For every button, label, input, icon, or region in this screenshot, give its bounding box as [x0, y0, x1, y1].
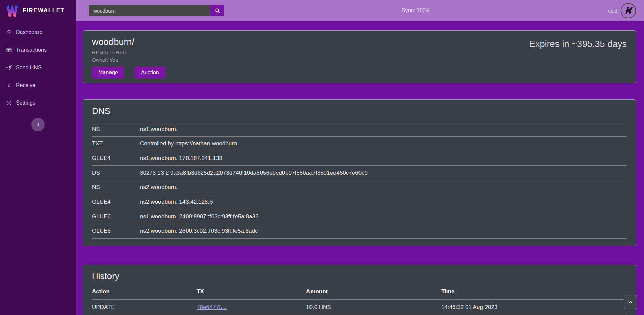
dns-record-row: TXT Controlled by https://nathan.woodbur… [92, 137, 627, 151]
sidebar-item-send-hns[interactable]: Send HNS [0, 59, 76, 76]
dns-record-value: Controlled by https://nathan.woodburn [140, 137, 627, 151]
dns-record-row: NS ns2.woodburn. [92, 180, 627, 195]
search-button[interactable] [210, 5, 224, 16]
search-icon [215, 8, 220, 14]
dns-card-title: DNS [92, 106, 627, 116]
settings-icon [6, 100, 12, 106]
history-header-row: Action TX Amount Time [92, 286, 627, 300]
history-table: Action TX Amount Time UPDATE 70e64775...… [92, 286, 627, 315]
domain-info: woodburn/ REGISTERED Owner: You Manage A… [92, 36, 174, 79]
sidebar-item-label: Receive [16, 82, 35, 88]
history-col-amount: Amount [306, 286, 441, 300]
dns-record-type: NS [92, 122, 140, 137]
dns-record-row: NS ns1.woodburn. [92, 122, 627, 137]
brand[interactable]: FIREWALLET [0, 0, 76, 21]
sidebar-item-label: Dashboard [16, 29, 42, 36]
sidebar-item-receive[interactable]: Receive [0, 76, 76, 94]
dns-record-value: ns2.woodburn. [140, 180, 627, 195]
dns-record-type: GLUE6 [92, 209, 140, 224]
sidebar-item-label: Settings [16, 100, 35, 106]
sidebar-collapse-button[interactable] [31, 118, 45, 131]
sidebar: FIREWALLET Dashboard [0, 0, 76, 315]
sidebar-item-dashboard[interactable]: Dashboard [0, 24, 76, 41]
scroll-top-button[interactable] [624, 295, 637, 309]
receive-icon [6, 82, 12, 88]
manage-button[interactable]: Manage [92, 67, 124, 79]
transactions-icon [6, 47, 12, 53]
history-time: 14:46:32 01 Aug 2023 [441, 300, 627, 315]
dns-record-type: TXT [92, 137, 140, 151]
dns-card: DNS NS ns1.woodburn. TXT Controlled by h… [83, 99, 636, 246]
wallet-badge-button[interactable] [621, 3, 636, 18]
dns-record-value: ns1.woodburn. 170.187.241.138 [140, 151, 627, 166]
brand-name: FIREWALLET [23, 7, 65, 14]
dns-record-value: ns1.woodburn. 2400:8907::f03c:93ff:fe5a:… [140, 209, 627, 224]
sidebar-item-transactions[interactable]: Transactions [0, 41, 76, 59]
domain-expiry-label: Expires in ~395.35 days [529, 39, 627, 49]
chevron-left-icon [35, 122, 41, 128]
dns-record-row: DS 30273 13 2 9a3a8fb3d625d2a2073d740f10… [92, 166, 627, 180]
dns-record-row: GLUE6 ns2.woodburn. 2600:3c02::f03c:93ff… [92, 224, 627, 239]
history-action: UPDATE [92, 300, 197, 315]
dns-record-row: GLUE4 ns1.woodburn. 170.187.241.138 [92, 151, 627, 166]
app-window: FIREWALLET Dashboard [0, 0, 644, 315]
dns-record-row: GLUE4 ns2.woodburn. 143.42.128.6 [92, 195, 627, 209]
dns-record-type: NS [92, 180, 140, 195]
sidebar-item-settings[interactable]: Settings [0, 94, 76, 112]
wallet-status: cold [608, 3, 636, 18]
sidebar-item-label: Transactions [16, 47, 47, 53]
sidebar-item-label: Send HNS [16, 65, 42, 71]
dashboard-icon [6, 29, 12, 36]
domain-actions: Manage Auction [92, 67, 174, 79]
sidebar-nav: Dashboard Transactions S [0, 21, 76, 112]
dns-record-value: ns2.woodburn. 143.42.128.6 [140, 195, 627, 209]
search-input[interactable] [89, 5, 210, 16]
dns-record-value: 30273 13 2 9a3a8fb3d625d2a2073d740f10da6… [140, 166, 627, 180]
chevron-up-icon [628, 299, 633, 305]
sync-status: Sync: 100% [402, 7, 430, 14]
history-card: History Action TX Amount Time UPDATE [83, 265, 636, 315]
page-content: woodburn/ REGISTERED Owner: You Manage A… [76, 21, 644, 315]
wallet-mode-label: cold [608, 8, 617, 14]
history-col-time: Time [441, 286, 627, 300]
send-icon [6, 65, 12, 71]
history-card-title: History [92, 271, 627, 282]
history-col-action: Action [92, 286, 197, 300]
firewallet-w-logo-icon [5, 4, 19, 17]
handshake-logo-icon [622, 5, 634, 16]
domain-title: woodburn/ [92, 37, 174, 47]
dns-record-value: ns2.woodburn. 2600:3c02::f03c:93ff:fe5a:… [140, 224, 627, 239]
dns-record-type: GLUE4 [92, 195, 140, 209]
dns-record-value: ns1.woodburn. [140, 122, 627, 137]
dns-record-type: GLUE6 [92, 224, 140, 239]
dns-record-type: DS [92, 166, 140, 180]
search-bar [89, 5, 224, 16]
tx-link[interactable]: 70e64775... [197, 304, 227, 310]
history-row: UPDATE 70e64775... 10.0 HNS 14:46:32 01 … [92, 300, 627, 315]
auction-button[interactable]: Auction [134, 67, 165, 79]
dns-table: NS ns1.woodburn. TXT Controlled by https… [92, 122, 627, 239]
history-amount: 10.0 HNS [306, 300, 441, 315]
domain-card: woodburn/ REGISTERED Owner: You Manage A… [83, 30, 636, 83]
history-col-tx: TX [197, 286, 306, 300]
topbar: Sync: 100% cold [76, 0, 644, 21]
dns-record-row: GLUE6 ns1.woodburn. 2400:8907::f03c:93ff… [92, 209, 627, 224]
main-column: Sync: 100% cold woodburn/ REGISTERED [76, 0, 644, 315]
dns-record-type: GLUE4 [92, 151, 140, 166]
domain-owner-label: Owner: You [92, 57, 174, 63]
domain-status-badge: REGISTERED [92, 49, 174, 55]
